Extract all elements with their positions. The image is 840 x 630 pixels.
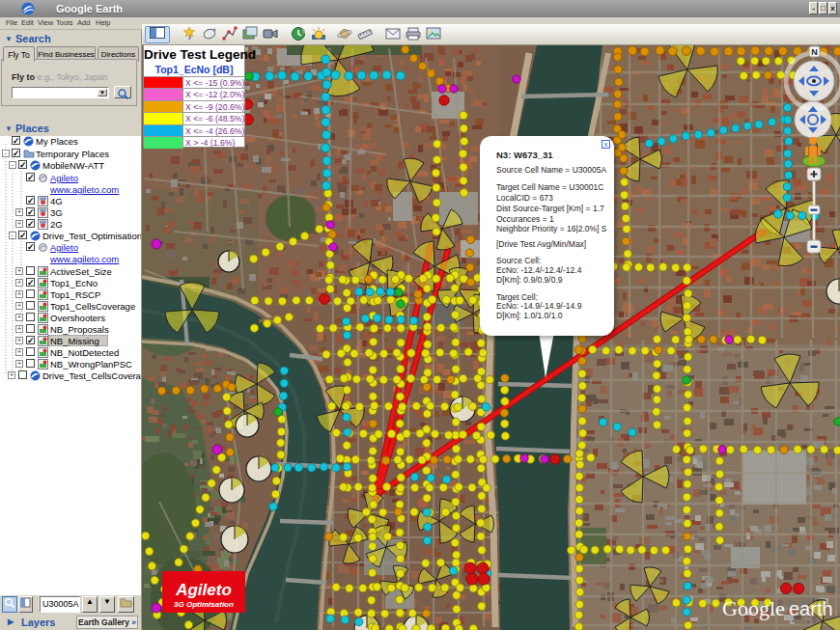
- svg-text:Google: Google: [722, 596, 785, 620]
- svg-text:Agileto: Agileto: [175, 581, 232, 599]
- svg-text:N: N: [811, 47, 818, 57]
- svg-text:3G Optimisation: 3G Optimisation: [174, 600, 234, 609]
- svg-text:earth: earth: [789, 598, 833, 619]
